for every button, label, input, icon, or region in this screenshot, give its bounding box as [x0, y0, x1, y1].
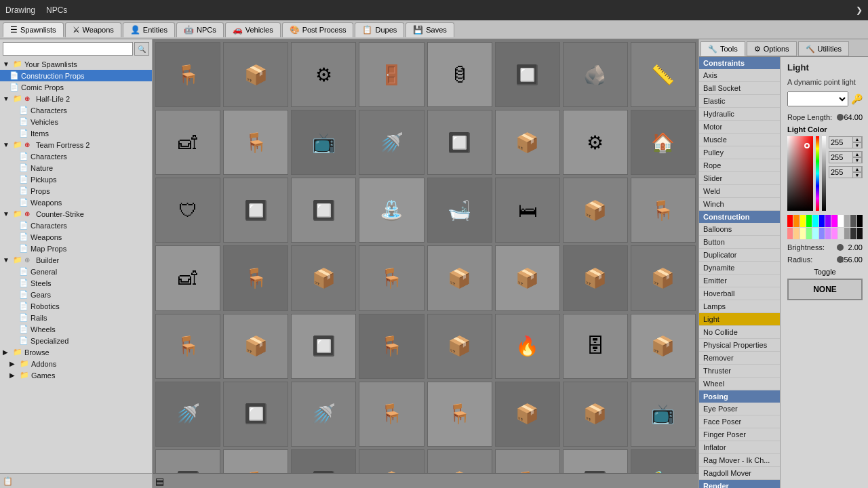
- grid-item[interactable]: 🚿: [291, 382, 356, 447]
- posing-ragdoll-mover[interactable]: Ragdoll Mover: [699, 467, 780, 480]
- constraint-winch[interactable]: Winch: [699, 198, 780, 211]
- palette-color-swatch[interactable]: [831, 215, 837, 227]
- tree-builder-wheels[interactable]: 📄 Wheels: [0, 323, 152, 335]
- palette-color-swatch[interactable]: [850, 215, 856, 227]
- tree-tf2-characters[interactable]: 📄 Characters: [0, 150, 152, 162]
- palette-color-swatch[interactable]: [812, 228, 818, 240]
- grid-item[interactable]: 📦: [291, 245, 356, 310]
- grid-item[interactable]: 🪑: [155, 42, 220, 107]
- constraint-rope[interactable]: Rope: [699, 159, 780, 172]
- tree-builder-gears[interactable]: 📄 Gears: [0, 289, 152, 300]
- posing-finger-poser[interactable]: Finger Poser: [699, 428, 780, 441]
- tab-saves[interactable]: 💾 Saves: [406, 22, 454, 37]
- palette-color-swatch[interactable]: [800, 228, 806, 240]
- grid-item[interactable]: 🔲: [155, 449, 220, 473]
- rgb-r-down[interactable]: ▼: [852, 142, 862, 148]
- palette-color-swatch[interactable]: [844, 215, 850, 227]
- tree-hl2-characters[interactable]: 📄 Characters: [0, 104, 152, 116]
- grid-item[interactable]: 🔥: [495, 314, 560, 379]
- rgb-r-up[interactable]: ▲: [852, 136, 862, 142]
- grid-item[interactable]: 🔲: [223, 382, 288, 447]
- palette-color-swatch[interactable]: [787, 215, 793, 227]
- posing-inflator[interactable]: Inflator: [699, 441, 780, 454]
- palette-color-swatch[interactable]: [819, 215, 825, 227]
- tree-builder-general[interactable]: 📄 General: [0, 266, 152, 277]
- titlebar-drawing[interactable]: Drawing: [5, 5, 35, 15]
- grid-item[interactable]: 📦: [495, 382, 560, 447]
- palette-color-swatch[interactable]: [819, 228, 825, 240]
- posing-face-poser[interactable]: Face Poser: [699, 415, 780, 428]
- grid-item[interactable]: 🚿: [359, 110, 424, 175]
- tree-games[interactable]: ▶ 📁 Games: [0, 369, 152, 381]
- tab-spawnlists[interactable]: ☰ Spawnlists: [3, 22, 64, 37]
- tree-hl2-vehicles[interactable]: 📄 Vehicles: [0, 116, 152, 127]
- grid-item[interactable]: 📺: [291, 110, 356, 175]
- color-hue-slider[interactable]: [816, 136, 820, 211]
- constraint-weld[interactable]: Weld: [699, 185, 780, 198]
- grid-item[interactable]: 🪑: [631, 178, 696, 243]
- tab-weapons[interactable]: ⚔ Weapons: [65, 22, 121, 37]
- posing-eye-poser[interactable]: Eye Poser: [699, 403, 780, 415]
- grid-item[interactable]: 📦: [427, 449, 492, 473]
- toggle-cs[interactable]: ▼: [3, 210, 11, 218]
- palette-color-swatch[interactable]: [838, 228, 844, 240]
- grid-item[interactable]: 📦: [495, 245, 560, 310]
- toggle-browse[interactable]: ▶: [3, 348, 11, 356]
- grid-item[interactable]: 🛁: [427, 178, 492, 243]
- toggle-hl2[interactable]: ▼: [3, 95, 11, 102]
- tree-hl2-items[interactable]: 📄 Items: [0, 127, 152, 139]
- palette-color-swatch[interactable]: [793, 215, 799, 227]
- tree-counter-strike[interactable]: ▼ 📁 ⊕ Counter-Strike: [0, 208, 152, 220]
- search-button[interactable]: 🔍: [134, 42, 149, 56]
- constraint-hydraulic[interactable]: Hydraulic: [699, 108, 780, 121]
- grid-item[interactable]: 📦: [427, 314, 492, 379]
- rgb-b-down[interactable]: ▼: [852, 172, 862, 178]
- construction-hoverball[interactable]: Hoverball: [699, 287, 780, 300]
- content-grid-wrapper[interactable]: 🪑📦⚙🚪🛢🔲🪨📏🛋🪑📺🚿🔲📦⚙🏠🛡🔲🔲⛲🛁🛏📦🪑🛋🪑📦🪑📦📦📦📦🪑📦🔲🪑📦🔥🗄📦…: [153, 39, 698, 473]
- rgb-b-spinner[interactable]: 255 ▲ ▼: [829, 166, 863, 178]
- palette-color-swatch[interactable]: [793, 228, 799, 240]
- constraint-motor[interactable]: Motor: [699, 121, 780, 134]
- constraint-pulley[interactable]: Pulley: [699, 146, 780, 159]
- construction-thruster[interactable]: Thruster: [699, 365, 780, 378]
- construction-light[interactable]: Light: [699, 313, 780, 326]
- construction-lamps[interactable]: Lamps: [699, 300, 780, 313]
- construction-dynamite[interactable]: Dynamite: [699, 262, 780, 274]
- tree-tf2-pickups[interactable]: 📄 Pickups: [0, 174, 152, 185]
- grid-item[interactable]: 🔲: [291, 449, 356, 473]
- tree-cs-map-props[interactable]: 📄 Map Props: [0, 243, 152, 254]
- none-button[interactable]: NONE: [787, 279, 863, 300]
- grid-item[interactable]: 🪑: [359, 314, 424, 379]
- palette-color-swatch[interactable]: [844, 228, 850, 240]
- constraint-elastic[interactable]: Elastic: [699, 95, 780, 108]
- grid-item[interactable]: 🪑: [223, 449, 288, 473]
- color-brightness-slider[interactable]: [822, 136, 826, 211]
- constraint-slider[interactable]: Slider: [699, 172, 780, 185]
- grid-item[interactable]: 🪑: [223, 245, 288, 310]
- tools-tab-utilities[interactable]: 🔨 Utilities: [798, 41, 849, 56]
- rgb-b-up[interactable]: ▲: [852, 166, 862, 172]
- tree-browse[interactable]: ▶ 📁 Browse: [0, 346, 152, 358]
- palette-color-swatch[interactable]: [831, 228, 837, 240]
- tree-builder-rails[interactable]: 📄 Rails: [0, 312, 152, 323]
- grid-item[interactable]: 📦: [223, 42, 288, 107]
- grid-item[interactable]: 🪑: [427, 382, 492, 447]
- constraint-axis[interactable]: Axis: [699, 69, 780, 82]
- tree-builder-robotics[interactable]: 📄 Robotics: [0, 300, 152, 312]
- grid-item[interactable]: 🪑: [495, 449, 560, 473]
- tree-addons[interactable]: ▶ 📁 Addons: [0, 358, 152, 369]
- tree-tf2-props[interactable]: 📄 Props: [0, 185, 152, 197]
- palette-color-swatch[interactable]: [800, 215, 806, 227]
- grid-item[interactable]: 🚿: [155, 382, 220, 447]
- grid-item[interactable]: 🛡: [155, 178, 220, 243]
- palette-color-swatch[interactable]: [787, 228, 793, 240]
- tab-dupes[interactable]: 📋 Dupes: [355, 22, 404, 37]
- color-gradient[interactable]: [787, 136, 813, 211]
- grid-item[interactable]: 🔲: [495, 42, 560, 107]
- tree-half-life-2[interactable]: ▼ 📁 ⊕ Half-Life 2: [0, 93, 152, 104]
- tree-builder[interactable]: ▼ 📁 ⊕ Builder: [0, 254, 152, 266]
- grid-item[interactable]: 🔲: [223, 178, 288, 243]
- grid-item[interactable]: 🪑: [223, 110, 288, 175]
- grid-item[interactable]: 📦: [563, 245, 628, 310]
- tree-builder-specialized[interactable]: 📄 Specialized: [0, 335, 152, 346]
